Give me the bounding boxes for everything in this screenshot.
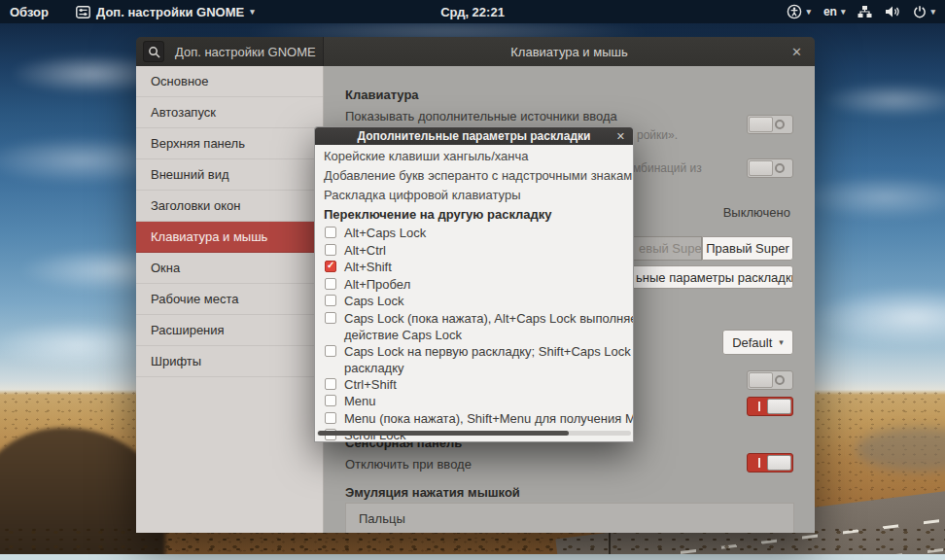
search-icon [148,46,160,58]
option-row[interactable]: Caps Lock [315,293,633,310]
status-area: ▾ en ▾ ▾ [787,4,935,19]
sidebar-item-startup[interactable]: Автозапуск [136,97,323,128]
chevron-down-icon: ▾ [841,8,846,17]
app-menu-label: Доп. настройки GNOME [96,5,244,19]
toggle-third[interactable] [747,370,793,390]
sidebar-header: Доп. настройки GNOME [136,37,324,66]
option-label: Alt+Caps Lock [344,225,426,241]
option-row[interactable]: Alt+Shift [315,259,633,276]
checkbox[interactable] [325,244,336,256]
sidebar-item-keyboard-mouse[interactable]: Клавиатура и мышь [136,222,323,253]
checkbox[interactable] [325,278,336,290]
chevron-down-icon: ▾ [806,8,811,17]
toggle-key-combo[interactable] [747,158,793,178]
category-korean[interactable]: Корейские клавиши хангыль/ханча [315,147,633,166]
option-row[interactable]: Alt+Caps Lock [315,225,633,242]
close-icon[interactable]: ✕ [616,131,625,142]
sidebar-item-general[interactable]: Основное [136,66,323,97]
section-click-emulation: Эмуляция нажатия мышкой [345,485,520,500]
option-label: Ctrl+Shift [344,376,397,393]
status-off-label: Выключено [723,205,790,220]
chevron-down-icon: ▾ [930,8,935,17]
row-combo-fragment: мбинаций из [633,161,702,175]
option-label: Alt+Пробел [344,276,410,293]
activities-button[interactable]: Обзор [10,5,49,19]
option-row[interactable]: Caps Lock (пока нажата), Alt+Caps Lock в… [315,310,633,343]
option-row[interactable]: Caps Lock на первую раскладку; Shift+Cap… [315,343,633,376]
layout-options-button[interactable]: ьные параметры раскладки [625,265,793,289]
power-menu[interactable]: ▾ [913,5,935,18]
checkbox[interactable] [325,312,336,324]
option-row[interactable]: Menu [315,393,633,410]
option-row[interactable]: Ctrl+Shift [315,376,633,394]
dialog-titlebar[interactable]: Дополнительные параметры раскладки ✕ [315,127,633,145]
close-icon[interactable]: ✕ [791,46,802,58]
volume-indicator[interactable] [885,5,900,18]
sidebar-item-top-bar[interactable]: Верхняя панель [136,128,323,159]
chevron-down-icon: ▾ [779,338,784,347]
keyboard-layout-menu[interactable]: en ▾ [823,5,846,18]
toggle-knob [749,117,773,132]
panel-title: Клавиатура и мышь [510,45,627,59]
speaker-icon [885,5,900,18]
toggle-on-mark [758,458,760,468]
toggle-knob [749,372,773,388]
horizontal-scrollbar[interactable] [317,431,631,436]
right-super-button[interactable]: Правый Super [702,236,793,261]
checkbox[interactable] [325,295,336,306]
sidebar-item-extensions[interactable]: Расширения [136,315,323,346]
dialog-title: Дополнительные параметры раскладки [358,129,591,143]
app-menu-button[interactable]: Доп. настройки GNOME ▾ [76,5,255,19]
checkbox[interactable] [325,261,336,272]
option-row[interactable]: Alt+Ctrl [315,242,633,260]
cloud [822,83,945,118]
toggle-off-mark [775,375,785,385]
accessibility-menu[interactable]: ▾ [787,4,811,19]
section-keyboard: Клавиатура [345,88,419,102]
toggle-fourth[interactable] [747,397,793,416]
search-button[interactable] [143,41,164,62]
tweaks-app-icon [76,6,90,18]
checkbox[interactable] [325,227,336,238]
toggle-off-mark [775,120,785,129]
top-bar: Обзор Доп. настройки GNOME ▾ Срд, 22:21 … [0,0,945,23]
desktop: Обзор Доп. настройки GNOME ▾ Срд, 22:21 … [0,0,945,560]
toggle-disable-while-typing[interactable] [747,453,793,472]
row-show-input-sources: Показывать дополнительные источники ввод… [345,109,617,123]
checkbox[interactable] [325,378,336,390]
sidebar-item-window-titlebars[interactable]: Заголовки окон [136,191,323,222]
option-label: Menu (пока нажата), Shift+Menu для получ… [344,410,633,427]
panel-titlebar[interactable]: Клавиатура и мышь ✕ [324,37,815,66]
wired-network-icon [858,5,872,18]
toggle-show-input-sources[interactable] [747,115,793,134]
cloud [812,287,945,347]
option-row[interactable]: Alt+Пробел [315,276,633,294]
sidebar-item-fonts[interactable]: Шрифты [136,346,323,377]
category-esperanto[interactable]: Добавление букв эсперанто с надстрочными… [315,166,633,186]
sidebar-item-windows[interactable]: Окна [136,253,323,284]
clock[interactable]: Срд, 22:21 [440,5,505,19]
category-numpad[interactable]: Раскладка цифровой клавиатуры [315,186,633,205]
default-dropdown[interactable]: Default ▾ [722,330,793,355]
checkbox[interactable] [325,345,336,357]
sidebar-item-workspaces[interactable]: Рабочие места [136,284,323,315]
sidebar-item-appearance[interactable]: Внешний вид [136,159,323,191]
option-label: Caps Lock на первую раскладку; Shift+Cap… [344,343,633,376]
titlebar[interactable]: Доп. настройки GNOME Клавиатура и мышь ✕ [136,37,815,66]
fingers-row[interactable]: Пальцы [345,503,794,533]
category-switch-layout[interactable]: Переключение на другую раскладку [315,205,633,225]
power-icon [913,5,927,18]
option-row[interactable]: Menu (пока нажата), Shift+Menu для получ… [315,410,633,428]
window-title: Доп. настройки GNOME [175,45,316,59]
left-super-button[interactable]: евый Super [632,236,702,261]
toggle-on-mark [758,402,760,411]
toggle-knob [767,455,791,471]
network-indicator[interactable] [858,5,872,18]
checkbox[interactable] [325,412,336,424]
option-label: Alt+Ctrl [344,242,386,259]
scrollbar-thumb[interactable] [318,431,569,436]
sidebar: Основное Автозапуск Верхняя панель Внешн… [136,66,324,533]
checkbox[interactable] [325,395,336,406]
toggle-off-mark [775,163,785,173]
layout-options-dialog: Дополнительные параметры раскладки ✕ Кор… [314,126,634,442]
